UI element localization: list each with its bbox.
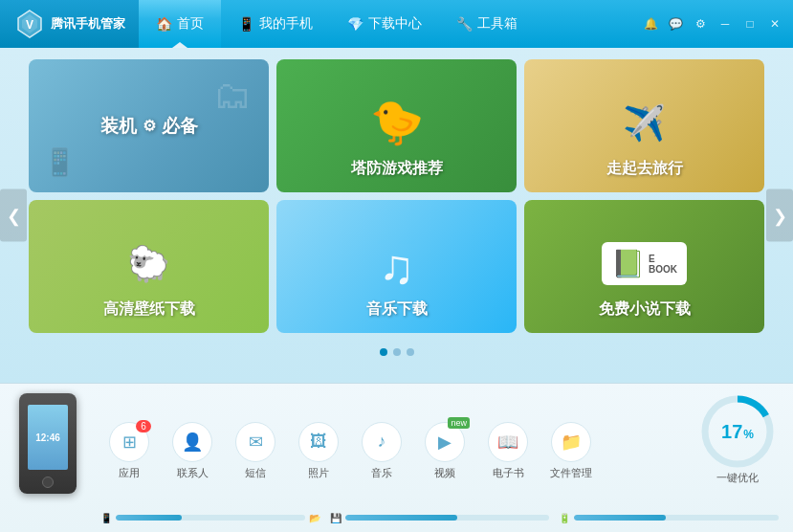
home-icon: 🏠 bbox=[156, 16, 172, 32]
contacts-icon: 👤 bbox=[182, 432, 203, 453]
func-video[interactable]: ▶ new 视频 bbox=[416, 422, 474, 480]
func-music[interactable]: ♪ 音乐 bbox=[353, 422, 410, 480]
tab-download[interactable]: 💎 下载中心 bbox=[330, 0, 439, 48]
close-btn[interactable]: ✕ bbox=[766, 15, 783, 33]
video-icon-circle: ▶ new bbox=[425, 422, 465, 462]
sms-icon-circle: ✉ bbox=[235, 422, 275, 462]
card6-text: 免费小说下载 bbox=[591, 292, 698, 327]
photos-icon-circle: 🖼 bbox=[298, 422, 339, 462]
svg-text:V: V bbox=[25, 18, 33, 32]
maximize-btn[interactable]: □ bbox=[741, 15, 759, 33]
carousel-prev[interactable]: ❮ bbox=[0, 189, 27, 242]
ebook-icon-circle: 📖 bbox=[488, 422, 528, 462]
card2-text: 塔防游戏推荐 bbox=[343, 151, 451, 187]
nav-tabs: 🏠 首页 📱 我的手机 💎 下载中心 🔧 工具箱 bbox=[139, 0, 642, 48]
progress-fill-3 bbox=[574, 515, 666, 521]
optimization-circle[interactable]: 17 % 一键优化 bbox=[699, 393, 776, 470]
sms-label: 短信 bbox=[245, 466, 266, 480]
phone-icon: 📱 bbox=[238, 16, 254, 32]
func-ebook[interactable]: 📖 电子书 bbox=[479, 422, 537, 480]
progress-bar-1: 📱 📂 bbox=[100, 513, 320, 523]
progress-fill-1 bbox=[116, 515, 182, 521]
progress-fill-2 bbox=[345, 515, 458, 521]
wrench-icon: 🔧 bbox=[456, 16, 473, 32]
func-contacts[interactable]: 👤 联系人 bbox=[164, 422, 221, 480]
phone-time: 12:46 bbox=[35, 432, 60, 443]
banner-card-5[interactable]: ♫ 音乐下载 bbox=[276, 200, 517, 333]
music-icon: ♪ bbox=[378, 432, 386, 452]
progress-track-3 bbox=[574, 515, 779, 521]
func-sms[interactable]: ✉ 短信 bbox=[227, 422, 284, 480]
diamond-icon: 💎 bbox=[347, 16, 363, 32]
func-apps[interactable]: ⊞ 6 应用 bbox=[100, 422, 158, 480]
storage1-end-icon: 📂 bbox=[309, 513, 320, 523]
tab-myphone[interactable]: 📱 我的手机 bbox=[221, 0, 330, 48]
card5-text: 音乐下载 bbox=[359, 292, 435, 327]
photos-icon: 🖼 bbox=[310, 432, 327, 452]
files-icon-circle: 📁 bbox=[551, 422, 591, 462]
tab-toolbox[interactable]: 🔧 工具箱 bbox=[439, 0, 535, 48]
storage1-icon: 📱 bbox=[100, 513, 112, 523]
apps-icon: ⊞ bbox=[122, 432, 137, 453]
func-photos[interactable]: 🖼 照片 bbox=[290, 422, 347, 480]
func-filemanager[interactable]: 📁 文件管理 bbox=[542, 422, 600, 480]
music-icon-circle: ♪ bbox=[362, 422, 402, 462]
chat-btn[interactable]: 💬 bbox=[667, 15, 684, 33]
sms-icon: ✉ bbox=[249, 432, 263, 453]
ebook-icon: 📖 bbox=[497, 432, 518, 453]
apps-badge: 6 bbox=[136, 420, 151, 432]
opt-percent: 17 % bbox=[721, 421, 754, 443]
banner-card-1[interactable]: 🗂 📱 装机 ⚙ 必备 bbox=[29, 59, 269, 192]
contacts-icon-circle: 👤 bbox=[172, 422, 212, 462]
contacts-label: 联系人 bbox=[177, 466, 209, 480]
opt-number: 17 bbox=[721, 421, 742, 443]
progress-bars: 📱 📂 💾 🔋 bbox=[0, 508, 793, 527]
apps-label: 应用 bbox=[119, 466, 140, 480]
storage3-icon: 🔋 bbox=[559, 513, 570, 523]
progress-track-1 bbox=[116, 515, 305, 521]
progress-bar-3: 🔋 bbox=[559, 513, 779, 523]
device-section: 12:46 ⊞ 6 应用 👤 联系人 bbox=[0, 384, 793, 508]
settings-btn[interactable]: ⚙ bbox=[692, 15, 709, 33]
files-label: 文件管理 bbox=[550, 466, 592, 480]
photos-label: 照片 bbox=[308, 466, 329, 480]
carousel-dots bbox=[0, 344, 793, 360]
phone-image: 12:46 bbox=[14, 393, 81, 499]
app-title: 腾讯手机管家 bbox=[51, 15, 125, 33]
function-icons: ⊞ 6 应用 👤 联系人 ✉ 短信 bbox=[100, 412, 600, 480]
dot-2[interactable] bbox=[393, 348, 401, 356]
opt-sign: % bbox=[743, 428, 754, 441]
logo-icon: V bbox=[14, 9, 45, 39]
banner-card-2[interactable]: 🐤 塔防游戏推荐 bbox=[276, 59, 517, 192]
card3-text: 走起去旅行 bbox=[599, 151, 691, 187]
progress-track-2 bbox=[345, 515, 550, 521]
minimize-btn[interactable]: ─ bbox=[716, 15, 734, 33]
carousel: 🗂 📱 装机 ⚙ 必备 🐤 塔防游戏推荐 ✈️ 走起去旅行 bbox=[0, 48, 793, 344]
opt-label: 一键优化 bbox=[716, 471, 759, 485]
tab-home[interactable]: 🏠 首页 bbox=[139, 0, 221, 48]
dot-1[interactable] bbox=[380, 348, 387, 356]
bottom-panel: 12:46 ⊞ 6 应用 👤 联系人 bbox=[0, 383, 793, 532]
video-new-badge: new bbox=[448, 417, 470, 429]
music-label: 音乐 bbox=[371, 466, 392, 480]
banner-card-3[interactable]: ✈️ 走起去旅行 bbox=[524, 59, 764, 192]
phone-home-button bbox=[42, 477, 54, 488]
banner-card-4[interactable]: 🐑 高清壁纸下载 bbox=[29, 200, 269, 333]
video-label: 视频 bbox=[434, 466, 455, 480]
main-area: ❮ 🗂 📱 装机 ⚙ 必备 🐤 塔防游戏推荐 bbox=[0, 48, 793, 383]
video-play-icon: ▶ bbox=[438, 432, 452, 453]
title-bar: V 腾讯手机管家 🏠 首页 📱 我的手机 💎 下载中心 🔧 工具箱 🔔 💬 ⚙ … bbox=[0, 0, 793, 48]
ebook-label: 电子书 bbox=[493, 466, 524, 480]
logo-area: V 腾讯手机管家 bbox=[0, 0, 139, 48]
apps-icon-circle: ⊞ 6 bbox=[109, 422, 149, 462]
dot-3[interactable] bbox=[407, 348, 414, 356]
files-icon: 📁 bbox=[561, 432, 582, 453]
storage2-icon: 💾 bbox=[330, 513, 341, 523]
banner-card-6[interactable]: 📗 EBOOK 免费小说下载 bbox=[524, 200, 764, 333]
bell-btn[interactable]: 🔔 bbox=[642, 15, 659, 33]
carousel-next[interactable]: ❯ bbox=[766, 189, 793, 242]
card4-text: 高清壁纸下载 bbox=[96, 292, 203, 327]
progress-bar-2: 💾 bbox=[330, 513, 550, 523]
window-controls: 🔔 💬 ⚙ ─ □ ✕ bbox=[642, 15, 793, 33]
